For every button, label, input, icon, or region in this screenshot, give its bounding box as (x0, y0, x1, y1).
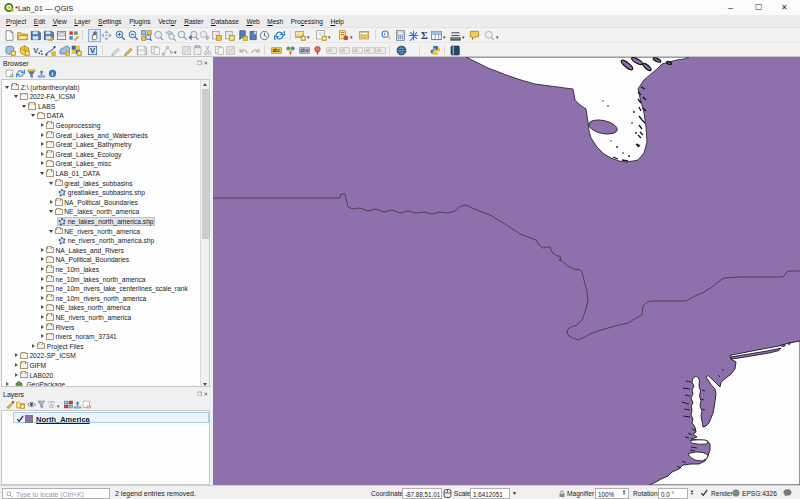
svg-text:ab: ab (327, 48, 332, 53)
svg-text:ab: ab (376, 48, 381, 53)
svg-text:abc: abc (272, 48, 280, 53)
svg-text:V: V (33, 46, 38, 55)
svg-text:ab: ab (365, 48, 370, 53)
svg-text:ab: ab (353, 48, 358, 53)
svg-text:V: V (90, 46, 95, 55)
svg-text:Σ: Σ (421, 30, 428, 41)
svg-text:ab: ab (300, 48, 305, 53)
svg-text:ab: ab (340, 48, 345, 53)
